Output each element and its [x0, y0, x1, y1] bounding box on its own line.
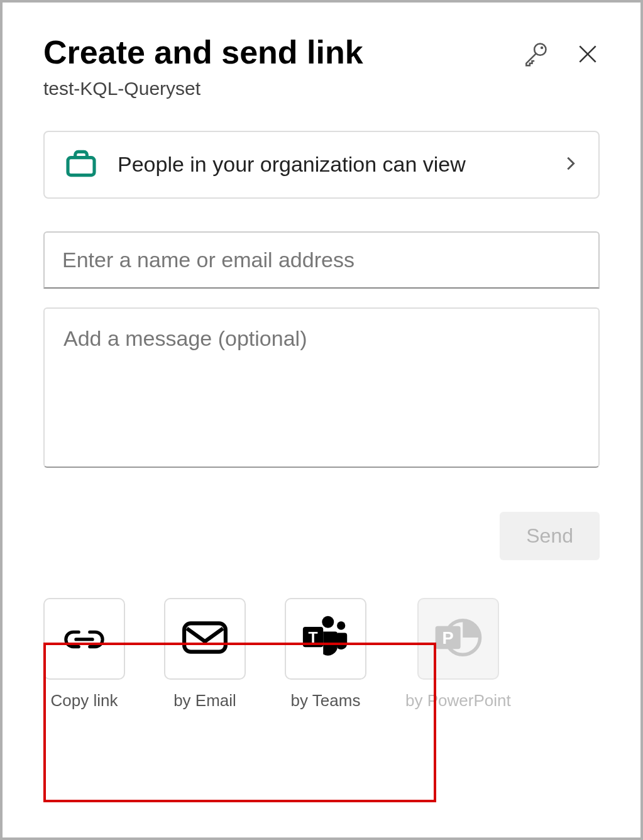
briefcase-icon	[63, 146, 99, 184]
by-email-label: by Email	[173, 691, 236, 710]
by-powerpoint-label: by PowerPoint	[405, 691, 511, 710]
by-email-box	[164, 598, 246, 680]
message-textarea[interactable]	[43, 307, 600, 468]
svg-text:T: T	[309, 628, 318, 645]
recipient-input[interactable]	[43, 231, 600, 289]
powerpoint-icon: P	[433, 616, 483, 662]
header-icons	[522, 40, 600, 68]
teams-icon: T	[299, 614, 352, 664]
by-email-option[interactable]: by Email	[164, 598, 246, 710]
svg-point-6	[322, 616, 334, 628]
by-teams-option[interactable]: T by Teams	[285, 598, 366, 710]
mail-icon	[182, 621, 228, 657]
dialog-title: Create and send link	[43, 34, 522, 72]
by-powerpoint-box: P	[417, 598, 499, 680]
chevron-right-icon	[562, 155, 580, 175]
copy-link-box	[43, 598, 125, 680]
by-powerpoint-option[interactable]: P by PowerPoint	[405, 598, 511, 710]
send-row: Send	[43, 512, 600, 560]
permission-selector[interactable]: People in your organization can view	[43, 131, 600, 199]
svg-point-7	[337, 621, 345, 629]
svg-point-1	[541, 47, 543, 49]
permission-text: People in your organization can view	[118, 148, 543, 180]
link-icon	[62, 624, 106, 654]
dialog-header: Create and send link test-KQL-Queryset	[43, 34, 600, 99]
close-icon[interactable]	[576, 42, 600, 66]
svg-point-0	[534, 44, 546, 55]
copy-link-option[interactable]: Copy link	[43, 598, 125, 710]
by-teams-label: by Teams	[291, 691, 361, 710]
share-options-row: Copy link by Email	[43, 598, 600, 710]
dialog-subtitle: test-KQL-Queryset	[43, 78, 522, 99]
svg-text:P: P	[442, 628, 453, 648]
by-teams-box: T	[285, 598, 366, 680]
share-dialog: Create and send link test-KQL-Queryset	[0, 0, 643, 840]
svg-rect-4	[68, 157, 94, 175]
copy-link-label: Copy link	[51, 691, 118, 710]
header-text-block: Create and send link test-KQL-Queryset	[43, 34, 522, 99]
key-icon[interactable]	[522, 40, 549, 68]
svg-rect-5	[184, 623, 226, 651]
send-button[interactable]: Send	[500, 512, 600, 560]
